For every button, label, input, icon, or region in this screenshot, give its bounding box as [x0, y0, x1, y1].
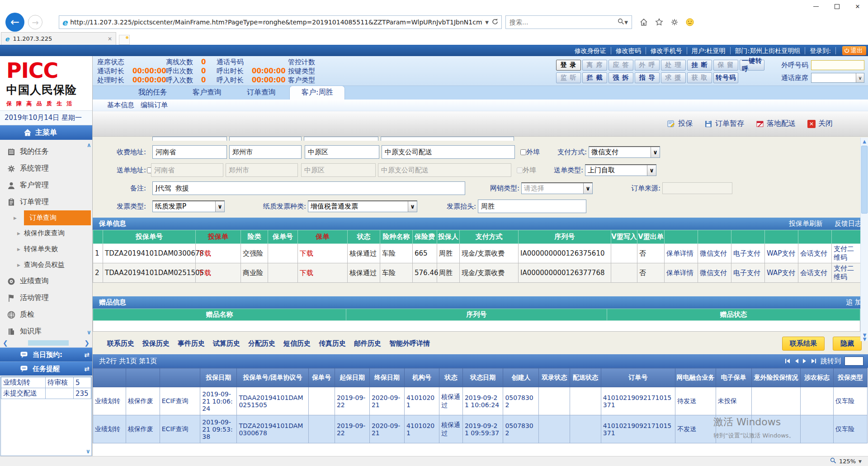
charge-province-input[interactable] [152, 145, 227, 159]
hold-button[interactable]: 保 留 [713, 60, 738, 71]
gift-add-link[interactable]: 追 加 [846, 298, 862, 307]
monitor-button[interactable]: 监 听 [556, 72, 581, 83]
zoom-dropdown-icon[interactable]: ▼ [859, 459, 862, 464]
tab-event-history[interactable]: 事件历史 [178, 339, 205, 348]
process-button[interactable]: 处 理 [661, 60, 686, 71]
refresh-icon[interactable] [491, 18, 499, 27]
settings-gear-icon[interactable] [670, 18, 679, 27]
window-maximize-button[interactable] [826, 0, 847, 13]
refresh-arrows-icon[interactable]: ⇄ [84, 351, 90, 358]
answer-button[interactable]: 应 答 [609, 60, 633, 71]
tab-my-tasks[interactable]: 我的任务 [127, 86, 179, 100]
search-icon[interactable] [618, 18, 624, 26]
search-input[interactable] [509, 19, 618, 26]
new-tab-button[interactable] [119, 35, 130, 45]
tab-insure-history[interactable]: 投保历史 [142, 339, 170, 348]
hangup-button[interactable]: 挂 断 [687, 60, 712, 71]
download-application-link[interactable]: 下载 [198, 249, 211, 257]
last-page-icon[interactable] [811, 358, 817, 364]
sidebar-item-my-tasks[interactable]: 我的任务 [0, 143, 92, 160]
session-pay-link[interactable]: 会话支付 [800, 269, 827, 277]
contact-result-button[interactable]: 联系结果 [782, 337, 825, 351]
sidebar-item-quality-check[interactable]: 质检 [0, 306, 92, 323]
charge-outer-checkbox[interactable] [520, 149, 526, 155]
outcall-number-input[interactable] [811, 60, 864, 70]
fetch-button[interactable]: 获 取 [687, 72, 712, 83]
force-split-button[interactable]: 强 拆 [609, 72, 633, 83]
home-icon[interactable] [639, 18, 648, 27]
sidebar-item-activity-mgmt[interactable]: 活动管理 [0, 290, 92, 306]
intercept-button[interactable]: 拦 截 [582, 72, 607, 83]
wechat-pay-link[interactable]: 微信支付 [700, 249, 727, 257]
panel-scroll-down-icon[interactable]: ∨ [85, 448, 90, 455]
insure-button[interactable]: 投保 [667, 119, 693, 128]
search-box[interactable]: ▼ [505, 15, 632, 29]
sidebar-item-performance-query[interactable]: 业绩查询 [0, 273, 92, 290]
pay-method-select[interactable]: 微信支付∨ [589, 146, 660, 158]
window-minimize-button[interactable] [806, 0, 826, 13]
charge-city-input[interactable] [229, 145, 302, 159]
ecif-query-link[interactable]: ECIF查询 [162, 397, 189, 404]
epay-link[interactable]: 电子支付 [733, 249, 760, 257]
tab-fax-history[interactable]: 传真历史 [319, 339, 346, 348]
tab-order-query[interactable]: 订单查询 [235, 86, 288, 100]
scroll-down-icons[interactable]: ▼▼ [861, 333, 868, 341]
back-button[interactable]: ← [5, 13, 24, 32]
sidebar-scroll-up-icon[interactable]: ∧ [86, 142, 91, 148]
task-reminder-bar[interactable]: 任务提醒 ⇄ [0, 361, 92, 376]
charge-detail-input[interactable] [382, 145, 515, 159]
edit-idcard-link[interactable]: 修改身份证 [570, 47, 611, 54]
hide-button[interactable]: 隐藏 [833, 337, 862, 351]
window-close-button[interactable]: ✕ [847, 0, 868, 13]
policy-detail-link[interactable]: 保单详情 [666, 249, 693, 257]
leave-seat-button[interactable]: 离 席 [582, 60, 607, 71]
session-pay-link[interactable]: 会话支付 [800, 249, 827, 257]
sidebar-horizontal-scrollbar[interactable]: ❮ ❯ [3, 339, 90, 347]
browser-tab[interactable]: e 11.207.3.225 ✕ [1, 32, 116, 45]
underwrite-void-link[interactable]: 核保作废 [128, 425, 153, 433]
today-booking-bar[interactable]: 当日预约: ⇄ [0, 347, 92, 361]
help-button[interactable]: 求 援 [661, 72, 686, 83]
zoom-level[interactable]: 125% [839, 458, 856, 465]
charge-district-input[interactable] [305, 145, 379, 159]
prev-page-icon[interactable] [794, 358, 799, 364]
refresh-arrows-icon[interactable]: ⇄ [84, 365, 90, 372]
epay-link[interactable]: 电子支付 [733, 269, 760, 277]
sidebar-item-system-mgmt[interactable]: 系统管理 [0, 160, 92, 177]
subnav-edit-order[interactable]: 编辑订单 [141, 101, 168, 109]
url-field[interactable]: e http://11.207.3.225/picctscenter/MainF… [59, 15, 502, 29]
main-menu-header[interactable]: 主菜单 [0, 125, 92, 140]
sidebar-item-customer-mgmt[interactable]: 客户管理 [0, 177, 92, 194]
download-application-link[interactable]: 下载 [198, 269, 211, 277]
zoom-magnifier-icon[interactable] [830, 457, 836, 465]
performance-transfer-link[interactable]: 业绩划转 [95, 425, 120, 433]
guide-button[interactable]: 指 导 [635, 72, 660, 83]
sidebar-scroll-down-icon[interactable]: ∨ [86, 329, 91, 336]
order-source-input[interactable] [662, 182, 732, 194]
scroll-left-icon[interactable]: ❮ [3, 339, 8, 347]
url-dropdown-icon[interactable]: ▼ [485, 20, 489, 25]
tab-customer-zhousheng[interactable]: 客户:周胜 [289, 86, 345, 100]
invoice-kind-select[interactable]: 增值税普通发票∨ [308, 200, 417, 212]
download-policy-link[interactable]: 下载 [300, 249, 313, 257]
subnav-basic-info[interactable]: 基本信息 [107, 101, 134, 109]
sidebar-item-knowledge-base[interactable]: 知识库 [0, 323, 92, 340]
tab-mail-history[interactable]: 邮件历史 [354, 339, 381, 348]
order-save-button[interactable]: 订单暂存 [704, 119, 744, 128]
first-page-icon[interactable] [784, 358, 791, 364]
feedback-log-link[interactable]: 反馈日志 [835, 219, 862, 228]
sidebar-item-order-mgmt[interactable]: 订单管理 [0, 194, 92, 210]
reminder-name[interactable]: 未提交配送 [1, 388, 46, 399]
tab-smart-outcall-detail[interactable]: 智能外呼详情 [389, 339, 430, 348]
hscroll-thumb[interactable] [28, 340, 69, 346]
tab-contact-history[interactable]: 联系历史 [107, 339, 134, 348]
wap-pay-link[interactable]: WAP支付 [767, 249, 795, 257]
wechat-pay-link[interactable]: 微信支付 [700, 269, 727, 277]
login-button[interactable]: 登 录 [556, 60, 581, 71]
pay-qrcode-link[interactable]: 支付二维码 [834, 264, 854, 281]
sidebar-item-member-rights[interactable]: ▶ 查询会员权益 [0, 257, 92, 273]
scroll-right-icon[interactable]: ❯ [84, 339, 90, 347]
forward-button[interactable]: → [28, 15, 42, 29]
tab-assign-history[interactable]: 分配历史 [248, 339, 275, 348]
favorites-star-icon[interactable] [655, 18, 664, 27]
